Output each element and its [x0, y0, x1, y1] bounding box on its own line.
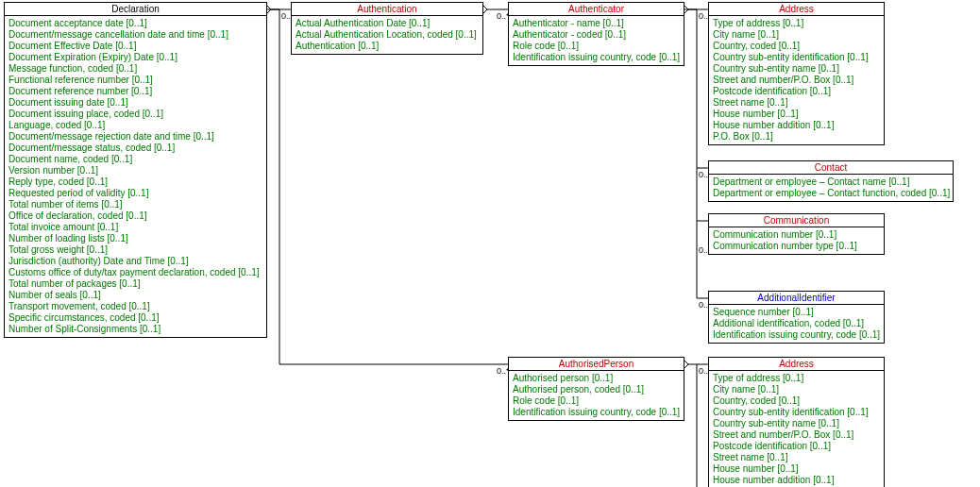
entity-address-1: Address Type of address [0..1]City name …	[708, 2, 885, 145]
entity-attribute: Street and number/P.O. Box [0..1]	[713, 75, 880, 86]
entity-attribute: Country, coded [0..1]	[713, 41, 880, 52]
entity-communication: Communication Communication number [0..1…	[708, 213, 885, 255]
entity-attribute: City name [0..1]	[713, 29, 880, 41]
entity-attribute: Identification issuing country, code [0.…	[513, 407, 680, 418]
entity-body: Actual Authentication Date [0..1]Actual …	[292, 16, 482, 54]
entity-attribute: Total invoice amount [0..1]	[8, 222, 262, 233]
entity-attribute: Street and number/P.O. Box [0..1]	[713, 429, 880, 441]
entity-attribute: Identification issuing country, code [0.…	[513, 52, 680, 63]
entity-attribute: Specific circumstances, coded [0..1]	[8, 312, 262, 324]
entity-attribute: Office of declaration, coded [0..1]	[8, 210, 262, 222]
entity-address-2: Address Type of address [0..1]City name …	[708, 357, 885, 487]
entity-attribute: Document acceptance date [0..1]	[8, 18, 262, 29]
entity-attribute: Document Expiration (Expiry) Date [0..1]	[8, 52, 262, 63]
entity-title: AdditionalIdentifier	[709, 292, 884, 305]
entity-authenticator: Authenticator Authenticator - name [0..1…	[508, 2, 684, 66]
entity-attribute: Department or employee – Contact name [0…	[713, 176, 949, 188]
entity-attribute: Street name [0..1]	[713, 97, 880, 109]
entity-attribute: Total gross weight [0..1]	[8, 244, 262, 256]
entity-attribute: House number addition [0..1]	[713, 475, 880, 486]
entity-title: Communication	[709, 214, 884, 227]
entity-attribute: Transport movement, coded [0..1]	[8, 301, 262, 312]
entity-attribute: Language, coded [0..1]	[8, 120, 262, 131]
entity-body: Type of address [0..1]City name [0..1]Co…	[709, 16, 884, 144]
entity-attribute: Street name [0..1]	[713, 452, 880, 463]
entity-attribute: Country, coded [0..1]	[713, 395, 880, 407]
entity-title: Authenticator	[509, 3, 684, 16]
entity-attribute: Identification issuing country, code [0.…	[713, 329, 880, 341]
entity-attribute: Reply type, coded [0..1]	[8, 176, 262, 188]
entity-attribute: Document/message cancellation date and t…	[8, 29, 262, 41]
entity-attribute: Document/message status, coded [0..1]	[8, 143, 262, 154]
entity-attribute: Customs office of duty/tax payment decla…	[8, 267, 262, 278]
entity-attribute: Actual Authentication Date [0..1]	[296, 18, 479, 29]
entity-attribute: Functional reference number [0..1]	[8, 75, 262, 86]
entity-title: Contact	[709, 161, 953, 175]
entity-attribute: Document issuing place, coded [0..1]	[8, 109, 262, 120]
entity-attribute: Version number [0..1]	[8, 165, 262, 176]
entity-title: AuthorisedPerson	[509, 358, 684, 371]
entity-attribute: Number of loading lists [0..1]	[8, 233, 262, 244]
entity-title: Address	[709, 358, 884, 371]
entity-attribute: Total number of packages [0..1]	[8, 278, 262, 290]
entity-body: Sequence number [0..1]Additional identif…	[709, 305, 884, 343]
entity-body: Type of address [0..1]City name [0..1]Co…	[709, 371, 884, 487]
entity-attribute: Country sub-entity identification [0..1]	[713, 52, 880, 63]
entity-attribute: Number of Split-Consignments [0..1]	[8, 324, 262, 335]
entity-authentication: Authentication Actual Authentication Dat…	[291, 2, 483, 55]
entity-attribute: Document issuing date [0..1]	[8, 97, 262, 109]
entity-attribute: Communication number type [0..1]	[713, 241, 880, 252]
entity-attribute: Number of seals [0..1]	[8, 290, 262, 301]
entity-authorised-person: AuthorisedPerson Authorised person [0..1…	[508, 357, 684, 421]
entity-attribute: Type of address [0..1]	[713, 18, 880, 29]
entity-attribute: Type of address [0..1]	[713, 373, 880, 384]
entity-attribute: Jurisdiction (authority) Date and Time […	[8, 256, 262, 267]
entity-attribute: Requested period of validity [0..1]	[8, 188, 262, 199]
entity-attribute: House number [0..1]	[713, 463, 880, 475]
entity-attribute: Document Effective Date [0..1]	[8, 41, 262, 52]
entity-attribute: Role code [0..1]	[513, 395, 680, 407]
entity-attribute: P.O. Box [0..1]	[713, 131, 880, 143]
entity-attribute: Message function, coded [0..1]	[8, 63, 262, 75]
entity-attribute: Authentication [0..1]	[296, 41, 479, 52]
entity-body: Authorised person [0..1]Authorised perso…	[509, 371, 684, 420]
entity-attribute: Authenticator - name [0..1]	[513, 18, 680, 29]
entity-attribute: Role code [0..1]	[513, 41, 680, 52]
entity-title: Declaration	[5, 3, 266, 16]
entity-contact: Contact Department or employee – Contact…	[708, 160, 954, 202]
entity-attribute: Additional identification, coded [0..1]	[713, 318, 880, 329]
entity-attribute: Country sub-entity name [0..1]	[713, 63, 880, 75]
entity-attribute: Communication number [0..1]	[713, 229, 880, 241]
entity-attribute: Authorised person [0..1]	[513, 373, 680, 384]
entity-attribute: Document/message rejection date and time…	[8, 131, 262, 143]
entity-attribute: Postcode identification [0..1]	[713, 441, 880, 452]
entity-attribute: House number addition [0..1]	[713, 120, 880, 131]
entity-body: Document acceptance date [0..1]Document/…	[5, 16, 266, 337]
entity-attribute: Authorised person, coded [0..1]	[513, 384, 680, 395]
entity-additional-identifier: AdditionalIdentifier Sequence number [0.…	[708, 291, 885, 344]
entity-attribute: Document reference number [0..1]	[8, 86, 262, 97]
entity-body: Communication number [0..1]Communication…	[709, 227, 884, 254]
entity-body: Department or employee – Contact name [0…	[709, 175, 953, 201]
entity-attribute: Actual Authentication Location, coded [0…	[296, 29, 479, 41]
entity-body: Authenticator - name [0..1]Authenticator…	[509, 16, 684, 65]
entity-attribute: House number [0..1]	[713, 109, 880, 120]
entity-title: Address	[709, 3, 884, 16]
entity-attribute: Sequence number [0..1]	[713, 307, 880, 318]
entity-attribute: Department or employee – Contact functio…	[713, 188, 949, 199]
entity-attribute: Document name, coded [0..1]	[8, 154, 262, 165]
entity-attribute: Authenticator - coded [0..1]	[513, 29, 680, 41]
entity-title: Authentication	[292, 3, 482, 16]
entity-attribute: Total number of items [0..1]	[8, 199, 262, 210]
entity-attribute: Country sub-entity identification [0..1]	[713, 407, 880, 418]
entity-attribute: Postcode identification [0..1]	[713, 86, 880, 97]
entity-attribute: City name [0..1]	[713, 384, 880, 395]
entity-declaration: Declaration Document acceptance date [0.…	[4, 2, 267, 338]
entity-attribute: Country sub-entity name [0..1]	[713, 418, 880, 429]
